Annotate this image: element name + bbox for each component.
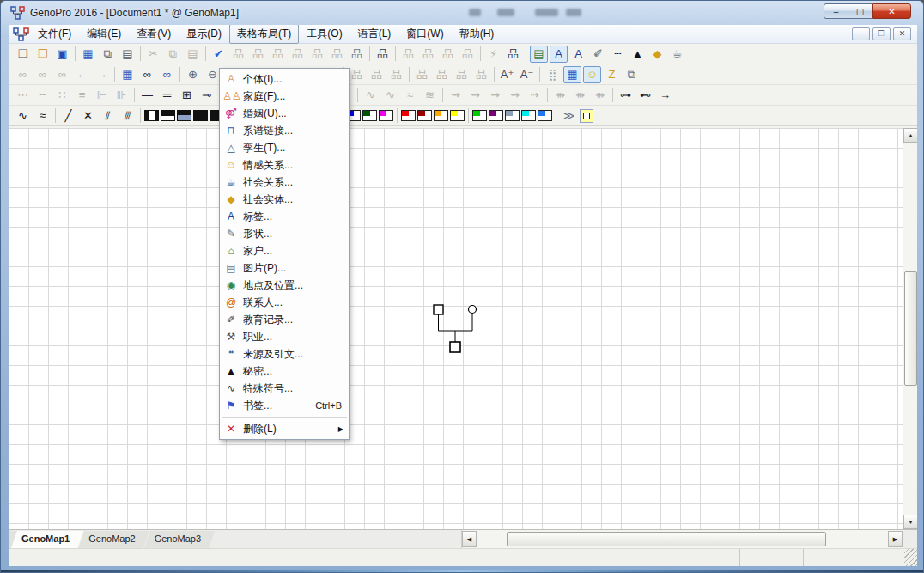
nav-forward-button[interactable]: → bbox=[93, 66, 111, 83]
arrow-plain-button[interactable]: → bbox=[656, 87, 674, 104]
menu-item-marriage[interactable]: ⚤婚姻(U)... bbox=[220, 105, 349, 122]
scroll-down-button[interactable]: ▼ bbox=[903, 515, 917, 529]
line-double-button[interactable]: ═ bbox=[158, 87, 176, 104]
curve-double-button[interactable]: ≈ bbox=[33, 107, 52, 125]
print-button[interactable]: ▤ bbox=[119, 46, 137, 63]
rule-slash-button[interactable]: ╱ bbox=[59, 107, 77, 125]
border-vertical-button[interactable] bbox=[144, 110, 159, 121]
menu-item-special-symbol[interactable]: ∿特殊符号... bbox=[220, 380, 349, 397]
dot-grid-button[interactable]: ⣿ bbox=[544, 66, 562, 83]
horizontal-scrollbar[interactable]: ◀ ▶ bbox=[461, 530, 903, 548]
font-increase-button[interactable]: A⁺ bbox=[498, 66, 516, 83]
arrow-dot-button[interactable]: ⊶ bbox=[617, 87, 635, 104]
find-replace-button[interactable]: ∞ bbox=[158, 66, 176, 83]
minimize-button[interactable]: – bbox=[824, 3, 848, 19]
label-plain-button[interactable]: A bbox=[569, 46, 587, 63]
menubar-item-edit[interactable]: 编辑(E) bbox=[79, 25, 129, 44]
pedigree-wizard-button[interactable]: 品 bbox=[374, 46, 392, 63]
color-blue-light-swatch[interactable] bbox=[538, 110, 552, 121]
menu-item-source-citation[interactable]: ❝来源及引文... bbox=[220, 345, 349, 363]
horizontal-scroll-thumb[interactable] bbox=[507, 532, 826, 546]
print-preview-button[interactable]: ⧉ bbox=[99, 46, 117, 63]
zoom-in-button[interactable]: ⊕ bbox=[184, 66, 202, 83]
color-cyan-swatch[interactable] bbox=[521, 110, 536, 121]
line-thin-button[interactable]: — bbox=[138, 87, 156, 104]
line-grid-button[interactable]: ⊞ bbox=[178, 87, 196, 104]
emotions-toggle-button[interactable]: ☺ bbox=[583, 66, 601, 83]
tab-genomap2[interactable]: GenoMap2 bbox=[78, 531, 149, 548]
menubar-item-file[interactable]: 文件(F) bbox=[30, 25, 79, 44]
menubar-item-window[interactable]: 窗口(W) bbox=[398, 25, 451, 44]
save-button[interactable]: ▣ bbox=[53, 46, 71, 63]
pen-button[interactable]: ✐ bbox=[589, 46, 607, 63]
new-button[interactable]: ❏ bbox=[14, 46, 32, 63]
find-button[interactable]: ∞ bbox=[138, 66, 156, 83]
reports-button[interactable]: ⧉ bbox=[623, 66, 641, 83]
label-boxed-button[interactable]: A bbox=[550, 46, 568, 63]
pedigree-select-button[interactable]: 品 bbox=[348, 46, 366, 63]
color-purple-swatch[interactable] bbox=[489, 110, 503, 121]
menu-item-household[interactable]: ⌂家户... bbox=[220, 242, 349, 259]
father-symbol[interactable] bbox=[434, 305, 443, 314]
menu-item-picture[interactable]: ▤图片(P)... bbox=[220, 259, 349, 277]
curve-single-button[interactable]: ∿ bbox=[14, 107, 32, 125]
highlight-box-button[interactable] bbox=[580, 109, 593, 123]
menubar-item-display[interactable]: 显示(D) bbox=[179, 25, 229, 44]
menu-item-social-entity[interactable]: ◆社会实体... bbox=[220, 191, 349, 208]
social-relation-button[interactable]: ☕ bbox=[668, 46, 686, 63]
grid-toggle-button[interactable]: ▦ bbox=[563, 66, 581, 83]
tab-genomap1[interactable]: GenoMap1 bbox=[11, 531, 83, 548]
child-symbol[interactable] bbox=[450, 342, 460, 352]
menu-item-label[interactable]: A标签... bbox=[220, 208, 349, 225]
mdi-restore-button[interactable]: ❐ bbox=[872, 27, 891, 40]
menu-item-family[interactable]: ♙♙家庭(F)... bbox=[220, 88, 349, 105]
mdi-close-button[interactable]: ✕ bbox=[893, 27, 911, 40]
table-button[interactable]: ▦ bbox=[119, 66, 137, 83]
scroll-right-button[interactable]: ▶ bbox=[888, 531, 903, 547]
arrow-dots-button[interactable]: ⊷ bbox=[636, 87, 654, 104]
tree-wand-button[interactable]: 品 bbox=[504, 46, 522, 63]
genomap-canvas[interactable] bbox=[9, 128, 903, 529]
menu-item-twins[interactable]: △孪生(T)... bbox=[220, 139, 349, 156]
color-gray-swatch[interactable] bbox=[505, 110, 520, 121]
social-entity-button[interactable]: ◆ bbox=[648, 46, 666, 63]
menu-item-secret[interactable]: ▲秘密... bbox=[220, 363, 349, 380]
rule-dcross-button[interactable]: ⫻ bbox=[119, 107, 137, 125]
open-button[interactable]: ❒ bbox=[33, 46, 52, 63]
vertical-scrollbar[interactable]: ▲ ▼ bbox=[903, 128, 917, 529]
line-node-button[interactable]: ⊸ bbox=[198, 87, 216, 104]
family-link-lines[interactable] bbox=[439, 314, 473, 343]
maximize-button[interactable]: ▢ bbox=[848, 3, 872, 19]
menubar-item-table-layout[interactable]: 表格布局(T) bbox=[229, 25, 299, 44]
pedigree-figure[interactable] bbox=[9, 128, 902, 529]
spelling-button[interactable]: ✔ bbox=[210, 46, 228, 63]
menu-item-pedigree-link[interactable]: ⊓系谱链接... bbox=[220, 122, 349, 139]
color-green-dark-swatch[interactable] bbox=[362, 110, 377, 121]
color-magenta-swatch[interactable] bbox=[379, 110, 393, 121]
menu-item-individual[interactable]: ♙个体(I)... bbox=[220, 70, 349, 88]
menu-item-bookmark[interactable]: ⚑书签...Ctrl+B bbox=[220, 397, 349, 414]
secret-triangle-button[interactable]: ▲ bbox=[629, 46, 647, 63]
scroll-up-button[interactable]: ▲ bbox=[903, 128, 917, 143]
mother-symbol[interactable] bbox=[469, 306, 477, 314]
color-red-swatch[interactable] bbox=[401, 110, 416, 121]
menu-item-delete[interactable]: ✕删除(L)▶ bbox=[220, 420, 349, 437]
menu-item-shape[interactable]: ✎形状... bbox=[220, 225, 349, 242]
menubar-item-language[interactable]: 语言(L) bbox=[350, 25, 399, 44]
close-button[interactable]: ✕ bbox=[872, 3, 911, 19]
rule-cross-button[interactable]: ✕ bbox=[79, 107, 97, 125]
border-black-button[interactable] bbox=[193, 110, 208, 121]
vertical-scroll-thumb[interactable] bbox=[904, 271, 917, 386]
color-dark-red-swatch[interactable] bbox=[417, 110, 432, 121]
menu-item-place[interactable]: ◉地点及位置... bbox=[220, 277, 349, 294]
nav-back-button[interactable]: ← bbox=[73, 66, 91, 83]
menu-item-contact[interactable]: @联系人... bbox=[220, 294, 349, 311]
color-green-swatch[interactable] bbox=[472, 110, 487, 121]
insert-picture-button[interactable]: ▤ bbox=[530, 46, 548, 63]
color-amber-swatch[interactable] bbox=[434, 110, 448, 121]
color-yellow-swatch[interactable] bbox=[450, 110, 465, 121]
z-order-button[interactable]: Z bbox=[603, 66, 621, 83]
rule-dslash-button[interactable]: ⫽ bbox=[99, 107, 117, 125]
border-horizontal-button[interactable] bbox=[161, 110, 175, 121]
font-decrease-button[interactable]: A⁻ bbox=[518, 66, 536, 83]
